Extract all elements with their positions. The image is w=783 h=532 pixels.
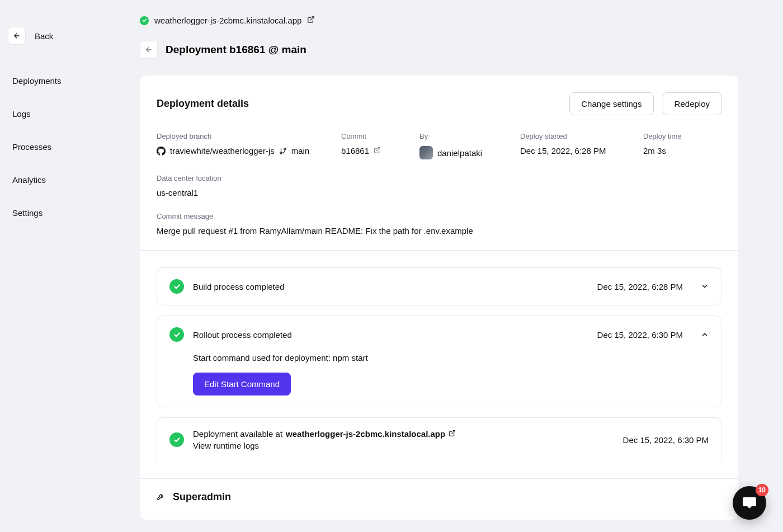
branch-name: main [291, 146, 310, 156]
arrow-left-icon [145, 46, 153, 54]
change-settings-button[interactable]: Change settings [569, 92, 653, 115]
deployment-details-card: Deployment details Change settings Redep… [140, 76, 738, 520]
build-step-card[interactable]: Build process completed Dec 15, 2022, 6:… [157, 267, 721, 305]
chat-widget-button[interactable]: 10 [733, 486, 766, 520]
check-circle-icon [169, 432, 184, 447]
repo-name[interactable]: traviewhite/weatherlogger-js [170, 146, 275, 156]
data-center-value: us-central1 [157, 188, 198, 197]
sidebar-item-settings[interactable]: Settings [8, 201, 112, 224]
nav-label: Analytics [12, 175, 46, 185]
divider [140, 250, 738, 251]
commit-message-label: Commit message [157, 212, 721, 220]
back-label: Back [35, 31, 53, 41]
step-timestamp: Dec 15, 2022, 6:30 PM [623, 435, 709, 445]
app-url-row: weatherlogger-js-2cbmc.kinstalocal.app [140, 16, 738, 25]
external-link-icon[interactable] [449, 429, 456, 439]
sidebar-item-processes[interactable]: Processes [8, 135, 112, 158]
commit-message-value: Merge pull request #1 from RamyAllam/mai… [157, 226, 473, 236]
nav-label: Deployments [12, 76, 62, 86]
step-timestamp: Dec 15, 2022, 6:28 PM [597, 282, 683, 291]
deploy-time-value: 2m 3s [643, 146, 666, 156]
step-timestamp: Dec 15, 2022, 6:30 PM [597, 330, 683, 340]
card-title: Deployment details [157, 98, 249, 110]
by-label: By [419, 132, 515, 140]
deployed-branch-label: Deployed branch [157, 132, 336, 140]
deploy-started-value: Dec 15, 2022, 6:28 PM [520, 146, 606, 156]
view-runtime-logs-link[interactable]: View runtime logs [193, 441, 614, 450]
avatar [419, 146, 433, 159]
check-circle-icon [169, 327, 184, 342]
sidebar: Back Deployments Logs Processes Analytic… [0, 0, 120, 520]
check-circle-icon [169, 279, 184, 294]
nav-label: Processes [12, 142, 51, 152]
external-link-icon[interactable] [307, 16, 315, 25]
deploy-started-label: Deploy started [520, 132, 638, 140]
deployment-url[interactable]: weatherlogger-js-2cbmc.kinstalocal.app [286, 429, 445, 439]
sidebar-item-logs[interactable]: Logs [8, 102, 112, 125]
external-link-icon[interactable] [374, 146, 381, 156]
step-title: Rollout process completed [193, 330, 588, 340]
svg-line-6 [376, 148, 380, 151]
status-indicator-icon [140, 16, 149, 25]
deploy-time-label: Deploy time [643, 132, 721, 140]
commit-hash[interactable]: b16861 [341, 146, 369, 156]
app-url-link[interactable]: weatherlogger-js-2cbmc.kinstalocal.app [154, 16, 301, 25]
step-title: Build process completed [193, 282, 588, 291]
svg-line-7 [452, 431, 455, 434]
deployment-available-prefix: Deployment available at [193, 429, 282, 439]
superadmin-title: Superadmin [173, 491, 231, 503]
nav-label: Logs [12, 109, 31, 119]
chevron-up-icon[interactable] [701, 331, 709, 338]
chat-badge: 10 [756, 484, 768, 496]
sidebar-item-analytics[interactable]: Analytics [8, 168, 112, 191]
author-name: danielpataki [437, 148, 482, 158]
sidebar-item-deployments[interactable]: Deployments [8, 69, 112, 92]
nav-label: Settings [12, 208, 43, 218]
chat-icon [742, 495, 757, 511]
wrench-icon [157, 492, 165, 502]
page-title: Deployment b16861 @ main [166, 44, 306, 56]
back-button[interactable] [8, 27, 26, 45]
redeploy-button[interactable]: Redeploy [663, 92, 721, 115]
git-branch-icon [279, 147, 287, 155]
github-icon [157, 147, 166, 156]
arrow-left-icon [13, 32, 21, 40]
rollout-step-card[interactable]: Rollout process completed Dec 15, 2022, … [157, 316, 721, 407]
deployment-back-button[interactable] [140, 41, 158, 59]
main-content: weatherlogger-js-2cbmc.kinstalocal.app D… [120, 0, 783, 520]
available-step-card[interactable]: Deployment available at weatherlogger-js… [157, 417, 721, 462]
commit-label: Commit [341, 132, 414, 140]
edit-start-command-button[interactable]: Edit Start Command [193, 373, 291, 396]
svg-line-1 [310, 17, 314, 20]
start-command-text: Start command used for deployment: npm s… [193, 353, 709, 362]
chevron-down-icon[interactable] [701, 283, 709, 290]
data-center-label: Data center location [157, 174, 721, 182]
